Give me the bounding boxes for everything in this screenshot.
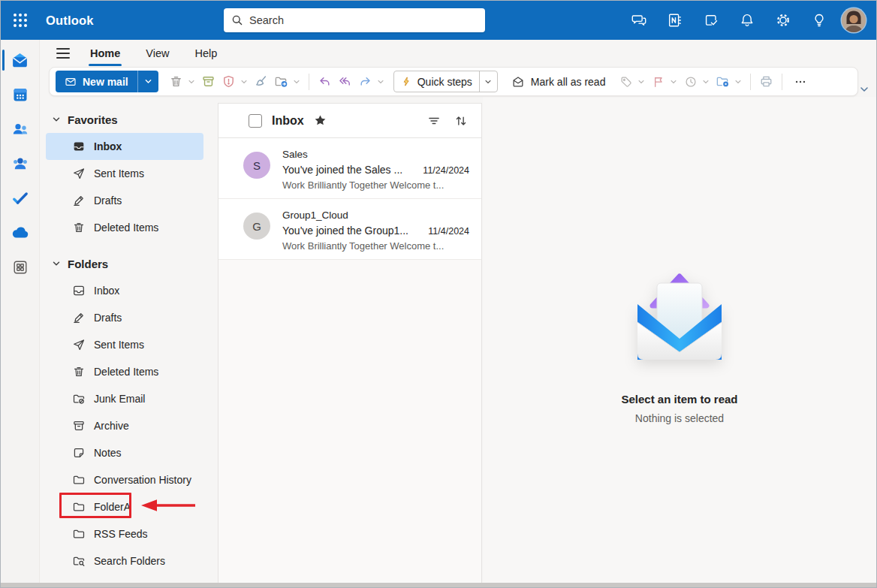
folder-item-junk-email[interactable]: Junk Email [46,385,203,412]
rules-dropdown[interactable] [733,71,743,92]
rail-item-more-apps[interactable] [1,250,39,285]
print-button[interactable] [756,71,776,92]
toolbar-divider [782,74,782,90]
tab-home[interactable]: Home [79,40,131,67]
quick-steps-split-button[interactable]: Quick steps [393,71,498,92]
favorite-item-sent-items[interactable]: Sent Items [46,160,203,187]
chat-icon [631,12,647,29]
filter-icon[interactable] [427,114,441,128]
mark-all-as-read-button[interactable]: Mark all as read [504,71,613,92]
email-date: 11/4/2024 [428,226,471,237]
ribbon-toolbar: New mail [49,67,858,96]
folder-item-foldera[interactable]: FolderA [46,493,203,520]
folder-pane: Favorites Inbox Sent Items Drafts [40,97,218,583]
folder-item-label: Conversation History [94,474,191,486]
onenote-feed-button[interactable] [657,1,693,40]
folder-pane-toggle-button[interactable] [50,42,76,65]
more-options-button[interactable] [788,71,813,92]
rail-item-groups[interactable] [1,146,39,181]
folder-item-drafts[interactable]: Drafts [46,304,203,331]
delete-button[interactable] [166,71,186,92]
quick-steps-button[interactable]: Quick steps [394,76,479,88]
folder-item-notes[interactable]: Notes [46,439,203,466]
search-box[interactable] [224,8,485,32]
favorite-item-drafts[interactable]: Drafts [46,187,203,214]
tab-view[interactable]: View [134,40,180,67]
favorites-header-label: Favorites [68,113,118,126]
email-row-sales[interactable]: S Sales You've joined the Sales ... 11/2… [218,138,481,199]
chevron-down-icon [188,78,195,86]
reply-all-button[interactable] [335,71,355,92]
reply-button[interactable] [315,71,335,92]
flag-dropdown[interactable] [668,71,679,92]
chevron-down-icon [52,115,61,124]
email-sender: Group1_Cloud [282,208,471,223]
chevron-down-icon [240,78,248,86]
toolbar-divider [750,74,751,90]
new-mail-split-button[interactable]: New mail [56,71,158,92]
new-mail-button[interactable]: New mail [56,71,137,92]
settings-button[interactable] [765,1,801,40]
folder-item-rss-feeds[interactable]: RSS Feeds [46,520,203,547]
sweep-button[interactable] [251,71,271,92]
favorite-item-deleted-items[interactable]: Deleted Items [46,214,203,241]
move-to-button[interactable] [271,71,291,92]
app-launcher-button[interactable] [1,1,40,40]
flag-button[interactable] [648,71,668,92]
delete-dropdown[interactable] [186,71,197,92]
search-input[interactable] [249,14,478,26]
folder-item-sent-items[interactable]: Sent Items [46,331,203,358]
account-button[interactable] [837,1,870,40]
todo-panel-button[interactable] [693,1,729,40]
tips-button[interactable] [801,1,837,40]
rail-item-mail[interactable] [1,43,39,77]
reading-pane: Select an item to read Nothing is select… [483,97,876,583]
ribbon-tabs: Home View Help [40,40,876,67]
sort-icon[interactable] [454,114,468,128]
report-dropdown[interactable] [239,71,249,92]
empty-state-subtitle: Nothing is selected [635,412,724,424]
chevron-down-icon [377,78,384,86]
select-all-checkbox[interactable] [249,114,262,128]
waffle-icon [14,14,27,27]
quick-steps-dropdown[interactable] [479,71,497,92]
move-to-dropdown[interactable] [291,71,302,92]
rail-item-onedrive[interactable] [1,216,39,250]
favorites-section-header[interactable]: Favorites [40,106,218,133]
email-row-group1-cloud[interactable]: G Group1_Cloud You've joined the Group1.… [218,199,481,260]
ribbon-collapse-button[interactable] [857,82,872,97]
folders-section-header[interactable]: Folders [40,250,218,277]
report-button[interactable] [218,71,239,92]
new-mail-dropdown[interactable] [137,71,158,92]
notifications-button[interactable] [729,1,765,40]
lightning-bolt-icon [401,76,412,87]
tab-help[interactable]: Help [183,40,228,67]
snooze-dropdown[interactable] [701,71,711,92]
rules-button[interactable] [713,71,733,92]
forward-dropdown[interactable] [375,71,386,92]
favorite-star-icon[interactable] [314,114,327,127]
email-preview: Work Brilliantly Together Welcome t... [282,239,471,254]
rail-item-calendar[interactable] [1,77,39,112]
folder-item-search-folders[interactable]: Search Folders [46,547,203,574]
chevron-down-icon [637,78,645,86]
chat-button[interactable] [621,1,657,40]
empty-state-title: Select an item to read [621,393,737,406]
favorite-item-label: Sent Items [94,167,144,179]
folder-item-archive[interactable]: Archive [46,412,203,439]
archive-button[interactable] [198,71,218,92]
folders-header-label: Folders [68,258,108,270]
folder-item-inbox[interactable]: Inbox [46,277,203,304]
categorize-dropdown[interactable] [636,71,646,92]
categorize-button[interactable] [616,71,636,92]
rail-item-people[interactable] [1,112,39,146]
folder-item-conversation-history[interactable]: Conversation History [46,466,203,493]
app-rail [1,40,40,583]
forward-button[interactable] [355,71,375,92]
folder-item-label: RSS Feeds [94,528,148,540]
folder-item-deleted-items[interactable]: Deleted Items [46,358,203,385]
snooze-button[interactable] [680,71,701,92]
rail-item-todo[interactable] [1,181,39,216]
favorite-item-inbox[interactable]: Inbox [46,133,203,160]
window-bottom-scrollbar[interactable] [1,583,876,587]
